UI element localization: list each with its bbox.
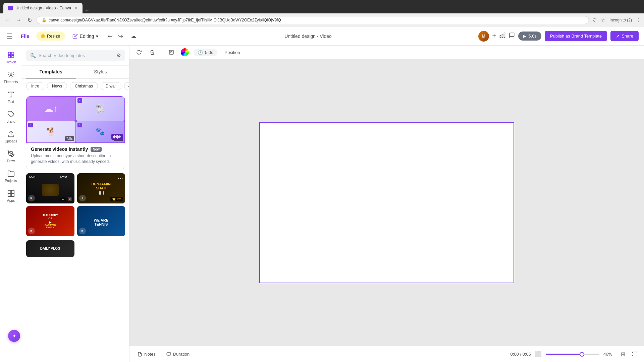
sidebar-item-elements[interactable]: Elements: [1, 68, 21, 86]
category-intro[interactable]: Intro: [26, 82, 44, 90]
resize-label: Resize: [47, 34, 60, 39]
menu-btn[interactable]: ☰: [5, 31, 14, 42]
bookmark-icon[interactable]: ☆: [601, 17, 605, 23]
fit-btn[interactable]: [167, 48, 175, 56]
search-input[interactable]: [39, 53, 114, 58]
tab-close-btn[interactable]: ✕: [74, 5, 78, 11]
grid-view-btn[interactable]: ⊞: [620, 350, 627, 359]
editing-btn[interactable]: Editing ▾: [69, 32, 102, 41]
story-title: THE STORYOF: [43, 214, 58, 221]
address-bar[interactable]: 🔒 canva.com/design/DAGVxazJlis/Ran8NJXOZ…: [37, 16, 589, 24]
share-label: Share: [622, 34, 633, 39]
waveform: [111, 134, 123, 140]
settings-icon[interactable]: ⋮: [636, 17, 641, 23]
new-badge: New: [91, 147, 102, 152]
canvas-frame[interactable]: [259, 122, 514, 283]
undo-btn[interactable]: ↩: [106, 31, 115, 41]
bottom-right: 0:00 / 0:05 ⬜ 46% ⊞ ⛶: [511, 350, 639, 359]
sidebar-item-brand[interactable]: Brand: [1, 108, 21, 126]
svg-rect-12: [11, 190, 14, 193]
pause-btn-benjamin[interactable]: ⏸: [79, 195, 86, 201]
notes-btn[interactable]: Notes: [135, 350, 158, 358]
add-collaborator-btn[interactable]: +: [492, 32, 496, 40]
publish-btn[interactable]: Publish as Brand Template: [545, 31, 607, 41]
svg-rect-11: [8, 190, 10, 193]
share-btn[interactable]: ↗ Share: [610, 31, 639, 41]
duration-badge-1: 7.0s: [65, 136, 74, 141]
duration-btn[interactable]: Duration: [164, 350, 192, 358]
comment-btn[interactable]: [509, 32, 515, 40]
category-diwali[interactable]: Diwali: [101, 82, 121, 90]
template-tennis[interactable]: • WE ARETENNIS ▶: [77, 206, 125, 236]
play-btn-caravan[interactable]: ▶: [28, 228, 35, 234]
app: ☰ File Resize Editing ▾ ↩ ↪ ☁ Untitled d…: [0, 27, 644, 362]
pro-badge-benjamin: ⭐ Pro: [110, 197, 123, 201]
more-btn-benjamin[interactable]: ⋯: [118, 175, 123, 182]
separator-1: [162, 49, 162, 56]
svg-point-10: [10, 153, 11, 154]
back-btn[interactable]: ←: [3, 16, 11, 24]
generate-preview: ☁↑ 🐩 ✓: [26, 96, 125, 143]
play-btn[interactable]: ▶ 5.0s: [518, 32, 541, 41]
generate-card[interactable]: ☁↑ 🐩 ✓: [26, 96, 125, 169]
tab-styles[interactable]: Styles: [76, 66, 125, 78]
play-btn-tennis[interactable]: ▶: [79, 228, 86, 234]
template-caravan-family[interactable]: THE STORYOF ▶ CARAVANFAMILY ▶: [26, 206, 74, 236]
category-christmas[interactable]: Christmas: [70, 82, 98, 90]
sidebar-item-design[interactable]: Design: [1, 48, 21, 67]
browser-chrome: Untitled design - Video - Canva ✕ +: [0, 0, 644, 13]
tennis-thumb: • WE ARETENNIS ▶: [77, 206, 125, 236]
color-picker-btn[interactable]: [181, 48, 189, 56]
tennis-pre: •: [101, 216, 102, 218]
delete-btn[interactable]: [148, 48, 156, 56]
refresh-canvas-btn[interactable]: [135, 48, 143, 56]
sidebar-item-apps[interactable]: Apps: [1, 187, 21, 205]
magic-btn[interactable]: ✦: [8, 330, 20, 342]
uploads-icon: [7, 130, 15, 138]
story-sub: ▶: [49, 221, 51, 224]
caravan-family-thumb: THE STORYOF ▶ CARAVANFAMILY ▶: [26, 206, 74, 236]
toolbar-right: M + ▶ 5.0s Publish as Brand Template ↗ S…: [478, 31, 639, 42]
analytics-btn[interactable]: [499, 32, 505, 40]
template-vlog[interactable]: DAILY VLOG: [26, 240, 74, 257]
fullscreen-btn[interactable]: ⛶: [631, 350, 639, 359]
sidebar-item-draw[interactable]: Draw: [1, 147, 21, 166]
redo-btn[interactable]: ↪: [116, 31, 125, 41]
cloud-btn[interactable]: ☁: [129, 31, 138, 41]
sidebar-item-text[interactable]: Text: [1, 88, 21, 106]
new-tab-btn[interactable]: +: [85, 7, 89, 13]
filter-btn[interactable]: ⚙: [116, 52, 121, 59]
template-kain-tayo[interactable]: KAIN TAYO ▶ 🔇 ✦: [26, 173, 74, 203]
file-btn[interactable]: File: [18, 32, 32, 40]
upload-cell: ☁↑: [27, 97, 75, 121]
template-benjamin-shah[interactable]: BENJAMINSHAH ▐▌▐ ⋯ ⏸ ⭐ Pro: [77, 173, 125, 203]
category-news[interactable]: News: [47, 82, 67, 90]
forward-btn[interactable]: →: [15, 16, 23, 24]
position-btn[interactable]: Position: [222, 49, 243, 56]
active-tab[interactable]: Untitled design - Video - Canva ✕: [3, 3, 83, 13]
sidebar-item-projects[interactable]: Projects: [1, 167, 21, 185]
resize-btn[interactable]: Resize: [36, 32, 65, 41]
apps-label: Apps: [7, 199, 15, 202]
tab-templates[interactable]: Templates: [26, 66, 76, 78]
canvas-duration-btn[interactable]: 🕐 5.0s: [194, 49, 217, 56]
template-list: ☁↑ 🐩 ✓: [22, 94, 129, 362]
canvas-content: [129, 59, 644, 346]
slider-thumb[interactable]: [580, 352, 584, 357]
svg-rect-2: [500, 36, 501, 38]
fit-icon: [169, 50, 174, 55]
user-avatar[interactable]: M: [478, 31, 489, 42]
timeline-slider[interactable]: [546, 354, 599, 355]
bottom-bar: Notes Duration 0:00 / 0:05 ⬜ 46%: [129, 346, 644, 362]
chart-icon: [499, 32, 505, 38]
svg-rect-13: [8, 194, 10, 196]
clock-icon: 🕐: [198, 50, 203, 55]
frame-view-btn[interactable]: ⬜: [535, 351, 542, 357]
svg-rect-4: [11, 52, 13, 54]
search-box: 🔍 ⚙: [26, 50, 125, 61]
sidebar-item-uploads[interactable]: Uploads: [1, 127, 21, 146]
refresh-btn[interactable]: ↻: [26, 16, 33, 25]
category-arrow-btn[interactable]: ›: [124, 82, 129, 90]
play-btn-kain[interactable]: ▶: [28, 195, 35, 201]
design-label: Design: [6, 60, 16, 64]
